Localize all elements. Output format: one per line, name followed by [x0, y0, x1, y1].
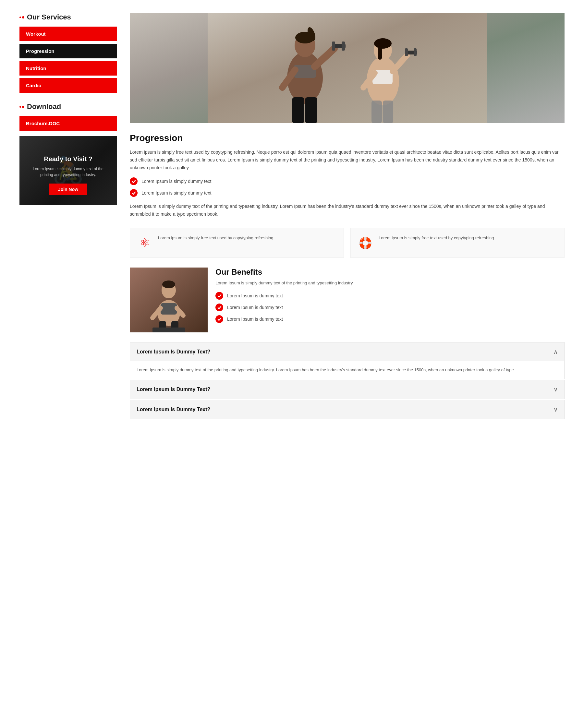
menu-item-nutrition[interactable]: Nutrition [20, 61, 117, 76]
body-text-2: Lorem Ipsum is simply dummy text of the … [130, 203, 564, 218]
benefits-content: Our Benefits Lorem Ipsum is simply dummy… [215, 267, 564, 332]
benefit-item: Lorem Ipsum is dummy text [215, 315, 564, 323]
promo-title: Ready to Visit ? [26, 155, 110, 163]
promo-text: Lorem Ipsum is simply dummy text of the … [26, 166, 110, 178]
benefit-text: Lorem Ipsum is dummy text [227, 316, 283, 322]
accordion-header[interactable]: Lorem Ipsum Is Dummy Text? ∧ [130, 342, 564, 361]
svg-rect-25 [372, 101, 382, 123]
benefit-text: Lorem Ipsum is dummy text [227, 293, 283, 298]
download-brochure-button[interactable]: Brochure.DOC [20, 116, 117, 131]
benefits-desc: Lorem Ipsum is simply dummy text of the … [215, 280, 564, 286]
svg-rect-35 [152, 328, 185, 332]
info-card: ⚛ Lorem ipsum is simply free text used b… [130, 228, 344, 258]
info-cards: ⚛ Lorem ipsum is simply free text used b… [130, 228, 564, 258]
check-icon [215, 304, 223, 311]
accordion-item: Lorem Ipsum Is Dummy Text? ∨ [130, 400, 564, 419]
card-text: Lorem ipsum is simply free text used by … [379, 235, 495, 241]
services-title: Our Services [20, 13, 117, 21]
svg-rect-14 [305, 97, 317, 123]
body-text-1: Lorem ipsum is simply free text used by … [130, 149, 564, 172]
info-card: 🛟 Lorem ipsum is simply free text used b… [350, 228, 564, 258]
benefits-image [130, 267, 208, 332]
life-ring-icon: 🛟 [357, 235, 374, 251]
dot-icon [20, 16, 24, 19]
check-list-item: Lorem Ipsum is simply dummy text [130, 189, 564, 197]
benefit-text: Lorem Ipsum is dummy text [227, 305, 283, 310]
svg-rect-26 [383, 101, 393, 123]
benefit-item: Lorem Ipsum is dummy text [215, 304, 564, 311]
check-icon [215, 292, 223, 300]
accordion-body: Lorem Ipsum is simply dummy text of the … [130, 361, 564, 379]
svg-point-17 [374, 38, 391, 49]
accordion-question: Lorem Ipsum Is Dummy Text? [136, 387, 210, 392]
dot-icon-2 [20, 106, 24, 108]
svg-rect-2 [208, 13, 487, 123]
check-text: Lorem Ipsum is simply dummy text [142, 179, 211, 184]
services-menu: WorkoutProgressionNutritionCardio [20, 27, 117, 93]
check-list: Lorem Ipsum is simply dummy text Lorem I… [130, 177, 564, 197]
accordion-item: Lorem Ipsum Is Dummy Text? ∧ Lorem Ipsum… [130, 342, 564, 379]
chevron-icon: ∨ [554, 406, 558, 413]
menu-item-workout[interactable]: Workout [20, 27, 117, 41]
svg-rect-18 [378, 44, 382, 60]
svg-rect-23 [414, 48, 416, 56]
check-icon [215, 315, 223, 323]
chevron-icon: ∨ [554, 386, 558, 393]
chevron-icon: ∧ [554, 348, 558, 356]
benefits-title: Our Benefits [215, 267, 564, 277]
svg-rect-11 [341, 42, 345, 51]
svg-rect-10 [332, 42, 335, 51]
benefits-section: Our Benefits Lorem Ipsum is simply dummy… [130, 267, 564, 332]
hero-placeholder [130, 13, 564, 123]
accordion-header[interactable]: Lorem Ipsum Is Dummy Text? ∨ [130, 380, 564, 399]
accordion-question: Lorem Ipsum Is Dummy Text? [136, 349, 210, 355]
check-list-item: Lorem Ipsum is simply dummy text [130, 177, 564, 185]
svg-point-31 [162, 281, 175, 288]
page-wrapper: Our Services WorkoutProgressionNutrition… [0, 0, 584, 433]
svg-rect-32 [160, 303, 177, 315]
hero-image [130, 13, 564, 123]
accordion-header[interactable]: Lorem Ipsum Is Dummy Text? ∨ [130, 400, 564, 419]
svg-rect-13 [292, 97, 304, 123]
download-title: Download [20, 102, 117, 111]
card-text: Lorem ipsum is simply free text used by … [158, 235, 275, 241]
check-text: Lorem Ipsum is simply dummy text [142, 190, 211, 196]
menu-item-progression[interactable]: Progression [20, 44, 117, 58]
sidebar: Our Services WorkoutProgressionNutrition… [20, 13, 117, 420]
accordion: Lorem Ipsum Is Dummy Text? ∧ Lorem Ipsum… [130, 342, 564, 419]
section-heading: Progression [130, 133, 564, 143]
accordion-question: Lorem Ipsum Is Dummy Text? [136, 407, 210, 413]
benefit-item: Lorem Ipsum is dummy text [215, 292, 564, 300]
svg-rect-22 [405, 48, 408, 56]
benefits-check-list: Lorem Ipsum is dummy text Lorem Ipsum is… [215, 292, 564, 323]
download-section: Download Brochure.DOC [20, 102, 117, 131]
join-now-button[interactable]: Join Now [49, 184, 87, 195]
check-icon [130, 189, 137, 197]
accordion-item: Lorem Ipsum Is Dummy Text? ∨ [130, 380, 564, 399]
promo-content: Ready to Visit ? Lorem Ipsum is simply d… [26, 155, 110, 195]
promo-box: 🚴 Ready to Visit ? Lorem Ipsum is simply… [20, 136, 117, 205]
menu-item-cardio[interactable]: Cardio [20, 78, 117, 93]
main-content: Progression Lorem ipsum is simply free t… [130, 13, 564, 420]
atom-icon: ⚛ [136, 235, 153, 251]
check-icon [130, 177, 137, 185]
